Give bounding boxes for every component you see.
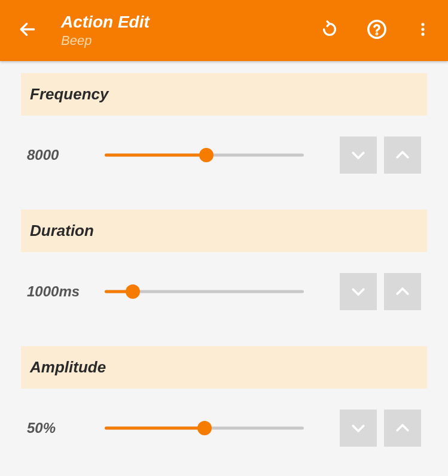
chevron-up-icon (394, 146, 412, 164)
help-button[interactable] (362, 14, 392, 47)
amplitude-stepper (340, 410, 421, 447)
svg-point-3 (421, 23, 424, 26)
amplitude-slider[interactable] (105, 421, 304, 435)
back-button[interactable] (12, 14, 43, 47)
duration-value: 1000ms (27, 283, 105, 300)
frequency-control: 8000 (21, 137, 427, 174)
frequency-increase-button[interactable] (384, 137, 421, 174)
duration-stepper (340, 273, 421, 310)
undo-button[interactable] (315, 15, 344, 46)
duration-label: Duration (30, 222, 418, 240)
amplitude-label: Amplitude (30, 358, 418, 377)
duration-control: 1000ms (21, 273, 427, 310)
page-subtitle: Beep (61, 33, 315, 48)
duration-increase-button[interactable] (384, 273, 421, 310)
amplitude-control: 50% (21, 410, 427, 447)
chevron-down-icon (349, 419, 367, 437)
amplitude-decrease-button[interactable] (340, 410, 377, 447)
duration-header: Duration (21, 210, 427, 252)
frequency-stepper (340, 137, 421, 174)
svg-point-5 (421, 33, 424, 36)
frequency-label: Frequency (30, 85, 418, 104)
svg-point-4 (421, 28, 424, 31)
chevron-down-icon (349, 283, 367, 301)
frequency-decrease-button[interactable] (340, 137, 377, 174)
frequency-header: Frequency (21, 73, 427, 116)
more-menu-button[interactable] (410, 16, 436, 45)
frequency-slider[interactable] (105, 148, 304, 162)
amplitude-value: 50% (27, 420, 105, 436)
content-area: Frequency 8000 Duration 1000ms (0, 61, 448, 476)
duration-slider[interactable] (105, 284, 304, 299)
chevron-down-icon (349, 146, 367, 164)
app-header: Action Edit Beep (0, 0, 448, 61)
title-block: Action Edit Beep (61, 13, 315, 48)
duration-decrease-button[interactable] (340, 273, 377, 310)
frequency-value: 8000 (27, 147, 105, 163)
chevron-up-icon (394, 419, 412, 437)
page-title: Action Edit (61, 13, 315, 32)
header-actions (315, 14, 436, 47)
amplitude-header: Amplitude (21, 346, 427, 389)
svg-point-2 (376, 34, 377, 34)
amplitude-increase-button[interactable] (384, 410, 421, 447)
chevron-up-icon (394, 283, 412, 301)
